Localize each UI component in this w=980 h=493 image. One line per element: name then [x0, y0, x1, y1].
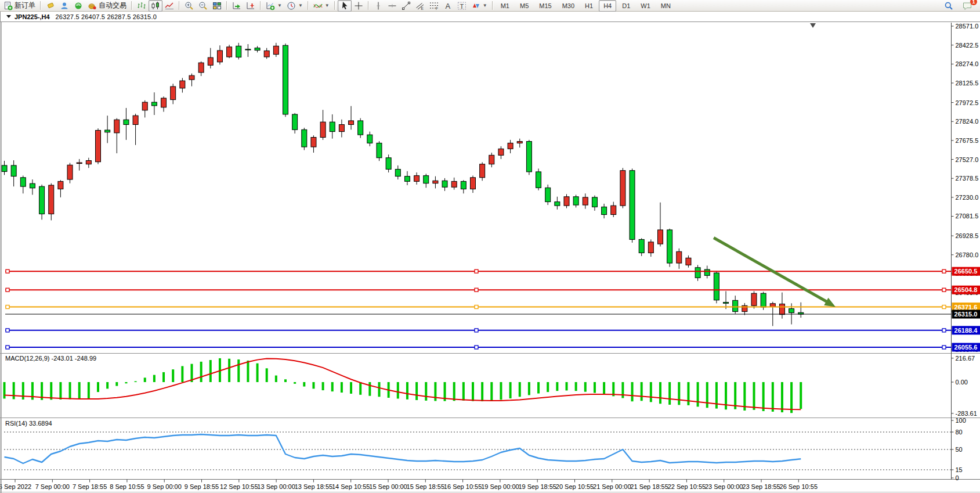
timeframe-m1-button[interactable]: M1 — [496, 0, 514, 12]
line-handle[interactable] — [942, 269, 946, 273]
line-price-label: 26371.6 — [954, 304, 978, 311]
line-handle[interactable] — [6, 346, 9, 349]
line-handle[interactable] — [475, 305, 478, 309]
line-price-label: 26055.6 — [954, 344, 978, 351]
horizontal-line-button[interactable] — [385, 0, 399, 12]
bar-chart-button[interactable] — [135, 0, 149, 12]
candlestick-chart-button[interactable] — [149, 0, 162, 12]
line-chart-button[interactable] — [162, 0, 176, 12]
time-tick-label: 9 Sep 18:55 — [185, 483, 219, 490]
equidistant-channel-button[interactable]: E — [413, 0, 427, 12]
time-tick-label: 15 Sep 18:55 — [407, 483, 444, 490]
time-tick-label: 6 Sep 2022 — [1, 483, 31, 490]
cursor-button[interactable] — [338, 0, 352, 12]
zoom-in-button[interactable] — [182, 0, 196, 12]
trend-icon — [402, 1, 411, 10]
chat-button[interactable]: 1 — [960, 0, 974, 12]
time-tick-label: 9 Sep 00:00 — [147, 483, 182, 490]
vertical-line-button[interactable] — [371, 0, 385, 12]
dropdown-arrow-icon[interactable]: ▼ — [277, 3, 282, 8]
price-tick-label: 28571.0 — [956, 23, 979, 30]
zoom-out-button[interactable] — [196, 0, 210, 12]
rsi-indicator-label: RSI(14) 33.6894 — [5, 420, 52, 427]
timeframe-h1-button[interactable]: H1 — [580, 0, 598, 12]
toolbar-separator — [334, 1, 335, 10]
indicators-icon — [313, 1, 323, 10]
crosshair-icon — [354, 1, 363, 10]
fibonacci-button[interactable]: F — [427, 0, 441, 12]
auto-scroll-button[interactable] — [230, 0, 244, 12]
line-handle[interactable] — [6, 305, 9, 309]
periods-button[interactable]: ▼ — [284, 0, 305, 12]
price-tick-label: 27378.5 — [956, 175, 979, 182]
signals-button[interactable] — [71, 0, 85, 12]
time-tick-label: 23 Sep 00:00 — [705, 483, 743, 490]
toolbar-separator — [308, 1, 309, 10]
zoom-in-icon — [185, 1, 194, 10]
chart-titlebar: JPN225-,H4 26327.5 26407.5 26287.5 26315… — [1, 12, 980, 22]
chart-window: JPN225-,H4 26327.5 26407.5 26287.5 26315… — [0, 12, 980, 493]
indicators-button[interactable]: ▼ — [311, 0, 332, 12]
line-handle[interactable] — [475, 346, 478, 349]
community-icon — [60, 1, 69, 10]
toolbar-separator — [40, 1, 41, 10]
autotrading-button[interactable]: 自动交易 — [85, 0, 129, 12]
line-handle[interactable] — [942, 329, 946, 332]
line-handle[interactable] — [942, 288, 946, 292]
macd-tick-label: 216.67 — [956, 355, 975, 362]
line-handle[interactable] — [942, 305, 946, 309]
channel-icon: E — [415, 1, 425, 10]
autoscroll-icon — [232, 1, 241, 10]
price-tick-label: 26928.5 — [956, 232, 979, 239]
crosshair-button[interactable] — [352, 0, 366, 12]
arrows-button[interactable]: ▼ — [469, 0, 490, 12]
timeframe-w1-button[interactable]: W1 — [636, 0, 655, 12]
mt4-application: 新订单自动交易▼▼▼EFAT▼M1M5M15M30H1H4D1W1MN1 JPN… — [0, 0, 980, 493]
wand-icon — [46, 1, 55, 10]
new-chart-button[interactable]: ▼ — [263, 0, 284, 12]
candles-icon — [151, 1, 160, 10]
line-handle[interactable] — [475, 288, 478, 292]
dropdown-arrow-icon[interactable]: ▼ — [298, 3, 303, 8]
tile-windows-button[interactable] — [210, 0, 224, 12]
dropdown-arrow-icon[interactable]: ▼ — [483, 3, 487, 8]
timeframe-mn-button[interactable]: MN — [656, 0, 675, 12]
chart-menu-arrow-icon[interactable] — [6, 15, 11, 18]
timeframe-d1-button[interactable]: D1 — [617, 0, 635, 12]
line-handle[interactable] — [942, 346, 946, 349]
toolbar-separator — [226, 1, 227, 10]
line-handle[interactable] — [6, 288, 9, 292]
dropdown-arrow-icon[interactable]: ▼ — [325, 3, 330, 8]
text-button[interactable]: A — [441, 0, 455, 12]
cursor-icon — [340, 1, 349, 10]
timeframe-m30-button[interactable]: M30 — [558, 0, 579, 12]
svg-text:T: T — [460, 2, 464, 9]
toolbar: 新订单自动交易▼▼▼EFAT▼M1M5M15M30H1H4D1W1MN1 — [0, 0, 980, 12]
price-tick-label: 27230.0 — [956, 194, 979, 201]
timeframe-m5-button[interactable]: M5 — [515, 0, 533, 12]
bars-icon — [137, 1, 146, 10]
price-tick-label: 28274.0 — [956, 60, 979, 67]
search-button[interactable] — [942, 0, 956, 12]
shapes-icon — [471, 1, 480, 10]
timeframe-h4-button[interactable]: H4 — [599, 0, 616, 12]
chart-plot: 28571.028422.528274.028125.527972.527824… — [1, 22, 980, 493]
toolbar-separator — [179, 1, 180, 10]
chart-shift-button[interactable] — [244, 0, 258, 12]
line-handle[interactable] — [475, 269, 478, 273]
mql-wizard-button[interactable] — [44, 0, 57, 12]
community-button[interactable] — [57, 0, 71, 12]
svg-text:F: F — [436, 6, 438, 10]
price-tick-label: 26780.0 — [956, 251, 979, 258]
timeframe-m15-button[interactable]: M15 — [534, 0, 556, 12]
new-order-button[interactable]: 新订单 — [1, 0, 38, 12]
line-handle[interactable] — [475, 329, 478, 332]
line-handle[interactable] — [6, 269, 9, 273]
time-tick-label: 12 Sep 10:55 — [220, 483, 258, 490]
time-tick-label: 14 Sep 10:55 — [332, 483, 370, 490]
trendline-button[interactable] — [399, 0, 413, 12]
price-tick-label: 27675.5 — [956, 137, 979, 144]
line-handle[interactable] — [6, 329, 9, 332]
rsi-tick-label: 50 — [956, 446, 963, 453]
label-button[interactable]: T — [455, 0, 469, 12]
